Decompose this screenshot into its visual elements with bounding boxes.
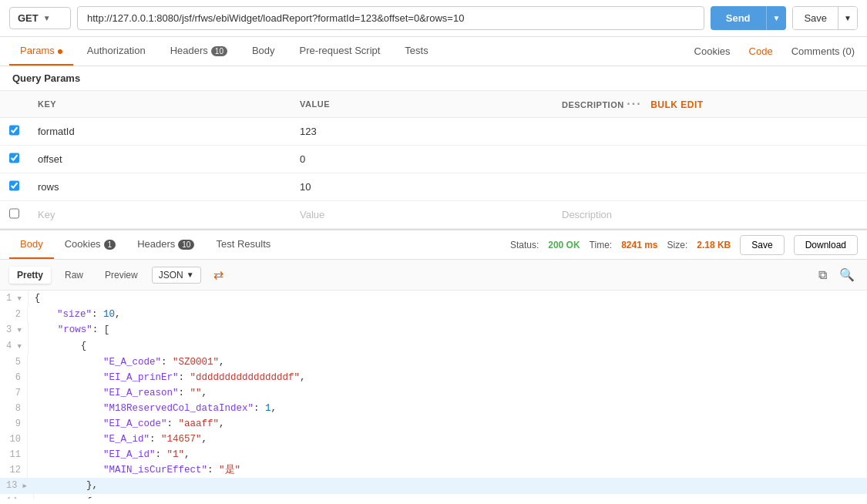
query-params-title: Query Params bbox=[12, 72, 80, 84]
row-checkbox[interactable] bbox=[9, 180, 19, 192]
line-number: 11 bbox=[0, 447, 28, 462]
line-content: "rows": [ bbox=[29, 322, 116, 338]
tab-prerequest-label: Pre-request Script bbox=[300, 45, 381, 56]
line-number: 6 bbox=[0, 370, 28, 385]
response-save-button[interactable]: Save bbox=[740, 235, 784, 255]
code-line: 4 ▼ { bbox=[0, 338, 867, 354]
row-value-cell[interactable] bbox=[291, 146, 553, 173]
table-row bbox=[0, 173, 867, 201]
row-description-input[interactable] bbox=[562, 126, 858, 137]
row-key-input[interactable] bbox=[38, 126, 281, 137]
row-key-cell[interactable] bbox=[29, 201, 291, 229]
row-value-input[interactable] bbox=[300, 209, 543, 220]
row-value-cell[interactable] bbox=[291, 118, 553, 146]
bulk-edit-button[interactable]: Bulk Edit bbox=[650, 99, 704, 110]
code-line: 5 "E_A_code": "SZ0001", bbox=[0, 354, 867, 370]
row-checkbox-cell[interactable] bbox=[0, 118, 29, 146]
row-checkbox[interactable] bbox=[9, 207, 19, 220]
row-description-cell[interactable] bbox=[553, 146, 867, 173]
raw-button[interactable]: Raw bbox=[57, 267, 91, 284]
tab-body[interactable]: Body bbox=[241, 37, 286, 66]
tab-headers[interactable]: Headers10 bbox=[160, 37, 238, 66]
headers-badge: 10 bbox=[211, 46, 227, 56]
search-icon[interactable]: 🔍 bbox=[836, 264, 858, 285]
bottom-tab-nav: Body Cookies1 Headers10 Test Results Sta… bbox=[0, 230, 867, 260]
row-description-cell[interactable] bbox=[553, 201, 867, 229]
format-select[interactable]: JSON ▼ bbox=[152, 267, 201, 284]
bottom-headers-badge: 10 bbox=[178, 240, 194, 250]
row-key-cell[interactable] bbox=[29, 118, 291, 146]
tab-code[interactable]: Code bbox=[746, 38, 776, 65]
col-checkbox-header bbox=[0, 91, 29, 118]
bottom-tab-test-results[interactable]: Test Results bbox=[205, 230, 281, 259]
bottom-tab-body[interactable]: Body bbox=[9, 230, 54, 259]
tab-tests[interactable]: Tests bbox=[394, 37, 439, 66]
bottom-tab-headers[interactable]: Headers10 bbox=[126, 230, 205, 259]
row-description-input[interactable] bbox=[562, 209, 858, 220]
row-key-input[interactable] bbox=[38, 209, 281, 220]
row-value-cell[interactable] bbox=[291, 173, 553, 201]
send-button[interactable]: Send bbox=[711, 6, 766, 30]
line-content: "EI_A_reason": "", bbox=[28, 385, 213, 401]
row-value-input[interactable] bbox=[300, 126, 543, 137]
table-row bbox=[0, 201, 867, 229]
row-checkbox[interactable] bbox=[9, 124, 19, 136]
format-label: JSON bbox=[159, 270, 183, 281]
bottom-tab-body-label: Body bbox=[20, 238, 43, 250]
line-number: 10 bbox=[0, 432, 28, 447]
row-description-cell[interactable] bbox=[553, 173, 867, 201]
row-key-cell[interactable] bbox=[29, 173, 291, 201]
response-toolbar: Pretty Raw Preview JSON ▼ ⇄ ⧉ 🔍 bbox=[0, 260, 867, 291]
row-key-cell[interactable] bbox=[29, 146, 291, 173]
query-params-header: Query Params bbox=[0, 66, 867, 91]
row-value-input[interactable] bbox=[300, 153, 543, 165]
method-dropdown[interactable]: GET ▼ bbox=[9, 7, 71, 29]
status-label: Status: bbox=[510, 240, 539, 250]
tab-cookies[interactable]: Cookies bbox=[691, 38, 734, 65]
status-size: 2.18 KB bbox=[697, 240, 731, 250]
row-value-cell[interactable] bbox=[291, 201, 553, 229]
row-checkbox-cell[interactable] bbox=[0, 146, 29, 173]
table-row bbox=[0, 118, 867, 146]
cookies-badge: 1 bbox=[104, 240, 116, 250]
code-area[interactable]: 1 ▼{2 "size": 10,3 ▼ "rows": [4 ▼ {5 "E_… bbox=[0, 291, 867, 499]
tab-comments[interactable]: Comments (0) bbox=[788, 38, 858, 65]
line-content: "size": 10, bbox=[28, 307, 127, 322]
tab-authorization[interactable]: Authorization bbox=[76, 37, 156, 66]
line-number: 8 bbox=[0, 401, 28, 416]
save-button[interactable]: Save bbox=[793, 7, 838, 29]
url-input[interactable] bbox=[77, 6, 704, 30]
response-download-button[interactable]: Download bbox=[794, 235, 858, 255]
tab-params[interactable]: Params bbox=[9, 37, 73, 66]
row-checkbox[interactable] bbox=[9, 152, 19, 164]
bottom-tab-cookies[interactable]: Cookies1 bbox=[54, 230, 127, 259]
tab-params-label: Params bbox=[20, 45, 55, 56]
bottom-tab-test-results-label: Test Results bbox=[216, 238, 271, 250]
save-dropdown-button[interactable]: ▼ bbox=[838, 7, 857, 29]
status-code: 200 OK bbox=[548, 240, 580, 250]
preview-button[interactable]: Preview bbox=[97, 267, 146, 284]
line-content: "M18ReservedCol_dataIndex": 1, bbox=[28, 401, 283, 416]
row-description-input[interactable] bbox=[562, 153, 858, 165]
tab-authorization-label: Authorization bbox=[87, 45, 146, 56]
row-checkbox-cell[interactable] bbox=[0, 173, 29, 201]
row-value-input[interactable] bbox=[300, 181, 543, 193]
code-line: 12 "MAIN_isCurEffect": "是" bbox=[0, 462, 867, 478]
row-description-cell[interactable] bbox=[553, 118, 867, 146]
line-number: 9 bbox=[0, 416, 28, 432]
format-dropdown-arrow: ▼ bbox=[187, 270, 194, 279]
tab-headers-label: Headers bbox=[170, 45, 208, 56]
tab-prerequest[interactable]: Pre-request Script bbox=[289, 37, 391, 66]
row-key-input[interactable] bbox=[38, 153, 281, 165]
line-content: "EI_A_code": "aaaff", bbox=[28, 416, 231, 432]
more-options-icon[interactable]: ··· bbox=[627, 97, 641, 110]
pretty-button[interactable]: Pretty bbox=[9, 267, 51, 284]
top-tab-nav: Params Authorization Headers10 Body Pre-… bbox=[0, 37, 867, 66]
row-checkbox-cell[interactable] bbox=[0, 201, 29, 229]
row-key-input[interactable] bbox=[38, 181, 281, 193]
wrap-button[interactable]: ⇄ bbox=[207, 264, 230, 285]
copy-icon[interactable]: ⧉ bbox=[815, 264, 830, 285]
send-dropdown-button[interactable]: ▼ bbox=[766, 6, 787, 30]
row-description-input[interactable] bbox=[562, 181, 858, 193]
tab-body-label: Body bbox=[252, 45, 275, 56]
